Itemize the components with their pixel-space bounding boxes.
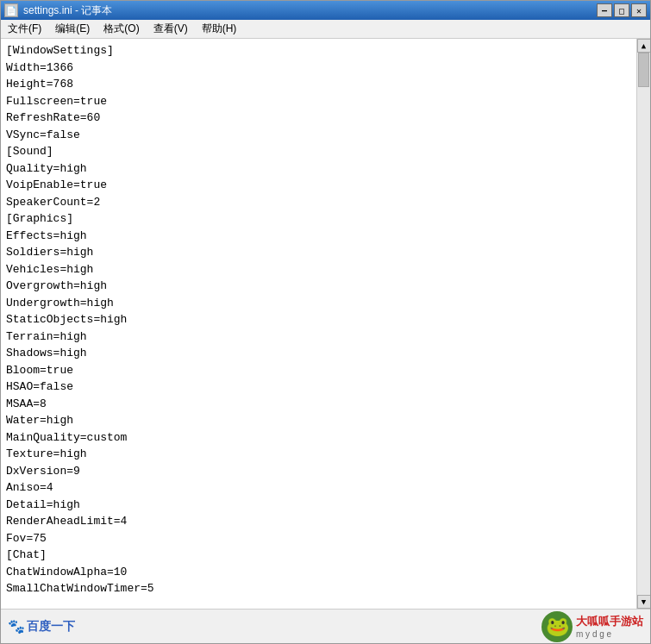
scroll-thumb[interactable] <box>638 53 649 87</box>
game-name: 大呱呱手游站 <box>576 614 643 629</box>
game-sub: m y d g e <box>576 629 643 639</box>
status-right: 🐸 大呱呱手游站 m y d g e <box>541 611 643 642</box>
scroll-track[interactable] <box>637 53 650 595</box>
status-bar: 🐾 百度一下 🐸 大呱呱手游站 m y d g e <box>1 609 650 643</box>
frog-icon: 🐸 <box>541 611 573 642</box>
window-title: settings.ini - 记事本 <box>23 3 112 18</box>
title-bar: 📄 settings.ini - 记事本 — □ ✕ <box>1 1 650 20</box>
baidu-paw-icon: 🐾 <box>8 618 25 635</box>
title-buttons: — □ ✕ <box>597 3 647 17</box>
close-button[interactable]: ✕ <box>631 3 647 17</box>
text-editor[interactable] <box>1 39 636 609</box>
notepad-window: 📄 settings.ini - 记事本 — □ ✕ 文件(F) 编辑(E) 格… <box>0 0 651 644</box>
baidu-text: 百度一下 <box>27 619 75 635</box>
minimize-button[interactable]: — <box>597 3 612 17</box>
scroll-up-button[interactable]: ▲ <box>637 39 651 53</box>
menu-edit[interactable]: 编辑(E) <box>48 20 97 38</box>
frog-face-icon: 🐸 <box>546 616 569 637</box>
text-area-container: ▲ ▼ <box>1 39 650 609</box>
menu-help[interactable]: 帮助(H) <box>195 20 244 38</box>
menu-bar: 文件(F) 编辑(E) 格式(O) 查看(V) 帮助(H) <box>1 20 650 39</box>
app-icon: 📄 <box>4 3 18 17</box>
baidu-logo[interactable]: 🐾 百度一下 <box>8 618 75 635</box>
menu-file[interactable]: 文件(F) <box>1 20 48 38</box>
vertical-scrollbar[interactable]: ▲ ▼ <box>636 39 650 609</box>
scroll-down-button[interactable]: ▼ <box>637 595 651 609</box>
game-text: 大呱呱手游站 m y d g e <box>576 614 643 639</box>
game-logo: 🐸 大呱呱手游站 m y d g e <box>541 611 643 642</box>
menu-format[interactable]: 格式(O) <box>97 20 146 38</box>
status-left: 🐾 百度一下 <box>8 618 75 635</box>
maximize-button[interactable]: □ <box>614 3 629 17</box>
menu-view[interactable]: 查看(V) <box>147 20 195 38</box>
title-bar-left: 📄 settings.ini - 记事本 <box>4 3 112 18</box>
